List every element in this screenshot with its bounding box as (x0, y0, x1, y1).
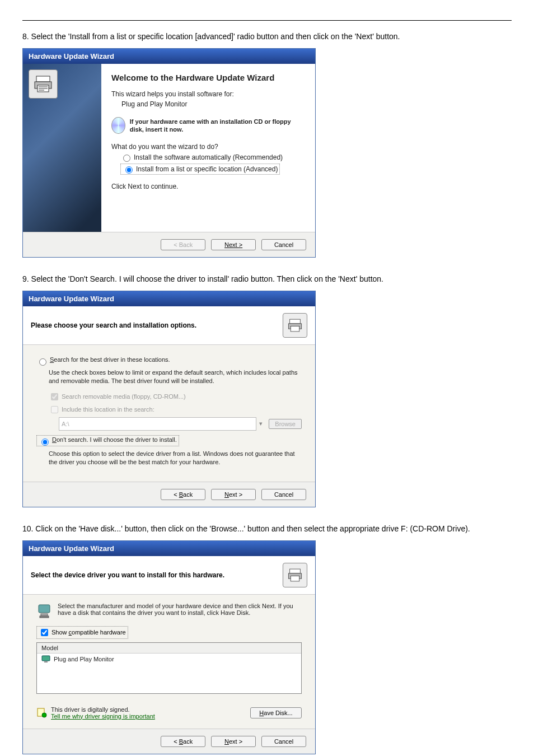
cd-icon (111, 117, 125, 134)
svg-rect-11 (40, 616, 49, 618)
dialog2-next-button[interactable]: Next > (211, 489, 256, 500)
dialog-welcome: Hardware Update Wizard Welcome to the Ha… (22, 48, 316, 258)
dialog1-device-name: Plug and Play Monitor (121, 100, 305, 108)
svg-rect-12 (42, 656, 50, 661)
browse-button: Browse (269, 419, 302, 429)
dialog3-back-button[interactable]: < Back (161, 736, 205, 747)
dialog2-opt2-desc: Choose this option to select the device … (49, 450, 302, 467)
printer-icon (283, 313, 307, 338)
dialog3-heading: Select the device driver you want to ins… (31, 571, 224, 579)
dialog1-click-next: Click Next to continue. (111, 183, 305, 190)
dialog1-titlebar: Hardware Update Wizard (23, 49, 315, 64)
check-include-location-label: Include this location in the search: (62, 406, 154, 413)
step-10-text: 10. Click on the 'Have disk...' button, … (22, 523, 512, 535)
radio-install-list[interactable]: Install from a list or specific location… (120, 164, 280, 175)
dialog1-cd-text: If your hardware came with an installati… (130, 118, 305, 134)
check-show-compatible[interactable]: Show compatible hardware (36, 626, 128, 639)
check-include-location: Include this location in the search: (49, 404, 302, 415)
dialog3-cancel-button[interactable]: Cancel (261, 736, 306, 747)
dialog1-next-button[interactable]: Next > (211, 239, 256, 250)
model-column-header: Model (37, 643, 301, 654)
svg-rect-0 (36, 76, 50, 82)
dialog1-question: What do you want the wizard to do? (111, 143, 305, 151)
svg-point-15 (42, 713, 46, 717)
radio-install-auto[interactable]: Install the software automatically (Reco… (120, 153, 305, 162)
radio-search-best[interactable]: SSearch for the best driver in these loc… (36, 356, 302, 365)
model-item-label: Plug and Play Monitor (54, 656, 114, 662)
wizard-sidebar (23, 64, 101, 232)
dialog3-desc: Select the manufacturer and model of you… (58, 603, 302, 616)
dialog2-heading: Please choose your search and installati… (31, 321, 196, 329)
dialog2-titlebar: Hardware Update Wizard (23, 291, 315, 306)
svg-rect-10 (41, 614, 48, 616)
dialog2-back-button[interactable]: < Back (161, 489, 205, 500)
printer-icon (29, 69, 58, 99)
dialog-search-options: Hardware Update Wizard Please choose you… (22, 291, 316, 507)
model-listbox[interactable]: Model Plug and Play Monitor (36, 642, 302, 694)
dialog1-back-button: < Back (161, 239, 205, 250)
dialog1-heading: Welcome to the Hardware Update Wizard (111, 73, 305, 82)
dialog2-opt1-desc: Use the check boxes below to limit or ex… (49, 368, 302, 386)
signing-info-link[interactable]: Tell me why driver signing is important (51, 713, 155, 720)
monitor-icon (41, 655, 50, 663)
top-divider (22, 20, 512, 21)
have-disk-button[interactable]: Have Disk... (250, 707, 302, 718)
dialog-select-driver: Hardware Update Wizard Select the device… (22, 540, 316, 754)
path-input (59, 417, 256, 431)
step-9-text: 9. Select the 'Don't Search. I will choo… (22, 273, 512, 285)
radio-dont-search[interactable]: Don't search. I will choose the driver t… (36, 435, 179, 446)
svg-rect-3 (290, 319, 301, 324)
radio-install-auto-label: Install the software automatically (Reco… (134, 153, 283, 161)
certificate-icon (36, 707, 48, 718)
svg-rect-9 (39, 605, 50, 613)
svg-rect-5 (291, 326, 299, 332)
dialog2-cancel-button[interactable]: Cancel (261, 489, 306, 500)
driver-signed-text: This driver is digitally signed. (51, 706, 155, 713)
printer-icon (283, 563, 307, 587)
dialog3-next-button[interactable]: Next > (211, 736, 256, 747)
check-search-removable: Search removable media (floppy, CD-ROM..… (49, 391, 302, 402)
svg-rect-13 (44, 661, 48, 662)
hardware-icon (36, 603, 52, 620)
model-item-pnp-monitor[interactable]: Plug and Play Monitor (37, 654, 301, 665)
dialog1-cancel-button[interactable]: Cancel (261, 239, 306, 250)
dialog3-titlebar: Hardware Update Wizard (23, 541, 315, 556)
radio-install-list-label: Install from a list or specific location… (136, 165, 278, 173)
svg-rect-8 (291, 576, 299, 581)
check-search-removable-label: Search removable media (floppy, CD-ROM..… (62, 393, 186, 400)
svg-rect-6 (290, 569, 301, 573)
dialog1-helps-label: This wizard helps you install software f… (111, 90, 305, 98)
chevron-down-icon: ▾ (256, 420, 265, 427)
step-8-text: 8. Select the 'Install from a list or sp… (22, 31, 512, 43)
